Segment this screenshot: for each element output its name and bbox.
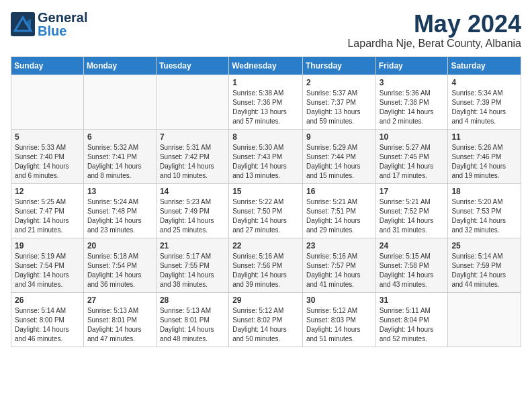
day-info: Sunrise: 5:14 AMSunset: 7:59 PMDaylight:… xyxy=(451,252,517,289)
calendar-cell: 28 Sunrise: 5:13 AMSunset: 8:01 PMDaylig… xyxy=(156,292,228,347)
calendar-cell xyxy=(11,75,84,129)
calendar-cell: 13 Sunrise: 5:24 AMSunset: 7:48 PMDaylig… xyxy=(83,183,156,238)
calendar-cell: 9 Sunrise: 5:29 AMSunset: 7:44 PMDayligh… xyxy=(302,129,375,183)
day-info: Sunrise: 5:12 AMSunset: 8:02 PMDaylight:… xyxy=(232,306,299,344)
day-info: Sunrise: 5:23 AMSunset: 7:49 PMDaylight:… xyxy=(160,197,225,235)
day-number: 2 xyxy=(306,78,372,87)
day-number: 22 xyxy=(232,241,299,250)
calendar-cell: 14 Sunrise: 5:23 AMSunset: 7:49 PMDaylig… xyxy=(156,183,228,238)
logo-text: General Blue xyxy=(38,11,87,38)
calendar-cell: 18 Sunrise: 5:20 AMSunset: 7:53 PMDaylig… xyxy=(448,183,521,238)
logo: General Blue xyxy=(11,11,87,38)
column-header-sunday: Sunday xyxy=(11,56,84,75)
day-info: Sunrise: 5:27 AMSunset: 7:45 PMDaylight:… xyxy=(380,143,445,181)
calendar-cell: 26 Sunrise: 5:14 AMSunset: 8:00 PMDaylig… xyxy=(11,292,84,347)
day-info: Sunrise: 5:15 AMSunset: 7:58 PMDaylight:… xyxy=(380,252,445,289)
day-number: 1 xyxy=(232,78,299,87)
calendar-cell: 20 Sunrise: 5:18 AMSunset: 7:54 PMDaylig… xyxy=(83,238,156,292)
day-info: Sunrise: 5:21 AMSunset: 7:52 PMDaylight:… xyxy=(380,197,445,235)
location-subtitle: Lapardha Nje, Berat County, Albania xyxy=(347,38,521,50)
column-header-saturday: Saturday xyxy=(448,56,521,75)
calendar-week-row: 5 Sunrise: 5:33 AMSunset: 7:40 PMDayligh… xyxy=(11,129,521,183)
calendar-cell: 21 Sunrise: 5:17 AMSunset: 7:55 PMDaylig… xyxy=(156,238,228,292)
day-number: 9 xyxy=(306,132,372,142)
day-number: 26 xyxy=(15,295,80,305)
day-info: Sunrise: 5:16 AMSunset: 7:56 PMDaylight:… xyxy=(232,252,299,289)
calendar-week-row: 12 Sunrise: 5:25 AMSunset: 7:47 PMDaylig… xyxy=(11,183,521,238)
day-info: Sunrise: 5:29 AMSunset: 7:44 PMDaylight:… xyxy=(306,143,372,181)
day-number: 6 xyxy=(87,132,152,142)
column-header-friday: Friday xyxy=(375,56,448,75)
day-info: Sunrise: 5:38 AMSunset: 7:36 PMDaylight:… xyxy=(232,89,299,126)
column-header-tuesday: Tuesday xyxy=(156,56,228,75)
day-number: 13 xyxy=(87,187,152,196)
calendar-cell xyxy=(448,292,521,347)
column-header-thursday: Thursday xyxy=(302,56,375,75)
calendar-cell: 25 Sunrise: 5:14 AMSunset: 7:59 PMDaylig… xyxy=(448,238,521,292)
calendar-cell xyxy=(83,75,156,129)
day-info: Sunrise: 5:19 AMSunset: 7:54 PMDaylight:… xyxy=(15,252,80,289)
calendar-cell: 31 Sunrise: 5:11 AMSunset: 8:04 PMDaylig… xyxy=(375,292,448,347)
calendar-cell: 23 Sunrise: 5:16 AMSunset: 7:57 PMDaylig… xyxy=(302,238,375,292)
calendar-cell: 29 Sunrise: 5:12 AMSunset: 8:02 PMDaylig… xyxy=(229,292,303,347)
day-number: 3 xyxy=(380,78,445,87)
day-info: Sunrise: 5:22 AMSunset: 7:50 PMDaylight:… xyxy=(232,197,299,235)
day-number: 21 xyxy=(160,241,225,250)
page-header: General Blue May 2024 Lapardha Nje, Bera… xyxy=(11,11,521,50)
day-number: 27 xyxy=(87,295,152,305)
day-info: Sunrise: 5:24 AMSunset: 7:48 PMDaylight:… xyxy=(87,197,152,235)
calendar-table: SundayMondayTuesdayWednesdayThursdayFrid… xyxy=(11,56,521,347)
day-number: 30 xyxy=(306,295,372,305)
day-info: Sunrise: 5:32 AMSunset: 7:41 PMDaylight:… xyxy=(87,143,152,181)
day-info: Sunrise: 5:25 AMSunset: 7:47 PMDaylight:… xyxy=(15,197,80,235)
calendar-week-row: 1 Sunrise: 5:38 AMSunset: 7:36 PMDayligh… xyxy=(11,75,521,129)
day-number: 31 xyxy=(380,295,445,305)
day-number: 14 xyxy=(160,187,225,196)
calendar-cell: 10 Sunrise: 5:27 AMSunset: 7:45 PMDaylig… xyxy=(375,129,448,183)
calendar-cell: 8 Sunrise: 5:30 AMSunset: 7:43 PMDayligh… xyxy=(229,129,303,183)
day-info: Sunrise: 5:26 AMSunset: 7:46 PMDaylight:… xyxy=(451,143,517,181)
column-header-wednesday: Wednesday xyxy=(229,56,303,75)
day-number: 28 xyxy=(160,295,225,305)
day-number: 8 xyxy=(232,132,299,142)
day-number: 10 xyxy=(380,132,445,142)
day-info: Sunrise: 5:13 AMSunset: 8:01 PMDaylight:… xyxy=(160,306,225,344)
day-number: 5 xyxy=(15,132,80,142)
day-number: 4 xyxy=(451,78,517,87)
day-number: 18 xyxy=(451,187,517,196)
day-info: Sunrise: 5:36 AMSunset: 7:38 PMDaylight:… xyxy=(380,89,445,126)
calendar-cell: 15 Sunrise: 5:22 AMSunset: 7:50 PMDaylig… xyxy=(229,183,303,238)
calendar-cell: 5 Sunrise: 5:33 AMSunset: 7:40 PMDayligh… xyxy=(11,129,84,183)
calendar-cell: 2 Sunrise: 5:37 AMSunset: 7:37 PMDayligh… xyxy=(302,75,375,129)
day-info: Sunrise: 5:18 AMSunset: 7:54 PMDaylight:… xyxy=(87,252,152,289)
calendar-cell: 22 Sunrise: 5:16 AMSunset: 7:56 PMDaylig… xyxy=(229,238,303,292)
calendar-cell: 27 Sunrise: 5:13 AMSunset: 8:01 PMDaylig… xyxy=(83,292,156,347)
calendar-cell: 1 Sunrise: 5:38 AMSunset: 7:36 PMDayligh… xyxy=(229,75,303,129)
title-block: May 2024 Lapardha Nje, Berat County, Alb… xyxy=(347,11,521,50)
day-info: Sunrise: 5:14 AMSunset: 8:00 PMDaylight:… xyxy=(15,306,80,344)
day-info: Sunrise: 5:12 AMSunset: 8:03 PMDaylight:… xyxy=(306,306,372,344)
day-info: Sunrise: 5:13 AMSunset: 8:01 PMDaylight:… xyxy=(87,306,152,344)
day-info: Sunrise: 5:37 AMSunset: 7:37 PMDaylight:… xyxy=(306,89,372,126)
day-info: Sunrise: 5:16 AMSunset: 7:57 PMDaylight:… xyxy=(306,252,372,289)
calendar-cell: 11 Sunrise: 5:26 AMSunset: 7:46 PMDaylig… xyxy=(448,129,521,183)
day-info: Sunrise: 5:20 AMSunset: 7:53 PMDaylight:… xyxy=(451,197,517,235)
day-number: 23 xyxy=(306,241,372,250)
day-info: Sunrise: 5:21 AMSunset: 7:51 PMDaylight:… xyxy=(306,197,372,235)
column-header-monday: Monday xyxy=(83,56,156,75)
calendar-cell: 4 Sunrise: 5:34 AMSunset: 7:39 PMDayligh… xyxy=(448,75,521,129)
calendar-cell: 3 Sunrise: 5:36 AMSunset: 7:38 PMDayligh… xyxy=(375,75,448,129)
calendar-cell: 17 Sunrise: 5:21 AMSunset: 7:52 PMDaylig… xyxy=(375,183,448,238)
day-number: 29 xyxy=(232,295,299,305)
calendar-cell: 24 Sunrise: 5:15 AMSunset: 7:58 PMDaylig… xyxy=(375,238,448,292)
day-number: 11 xyxy=(451,132,517,142)
day-number: 20 xyxy=(87,241,152,250)
day-number: 15 xyxy=(232,187,299,196)
calendar-cell: 12 Sunrise: 5:25 AMSunset: 7:47 PMDaylig… xyxy=(11,183,84,238)
day-info: Sunrise: 5:30 AMSunset: 7:43 PMDaylight:… xyxy=(232,143,299,181)
day-number: 12 xyxy=(15,187,80,196)
calendar-cell: 6 Sunrise: 5:32 AMSunset: 7:41 PMDayligh… xyxy=(83,129,156,183)
day-number: 19 xyxy=(15,241,80,250)
day-info: Sunrise: 5:34 AMSunset: 7:39 PMDaylight:… xyxy=(451,89,517,126)
day-number: 24 xyxy=(380,241,445,250)
